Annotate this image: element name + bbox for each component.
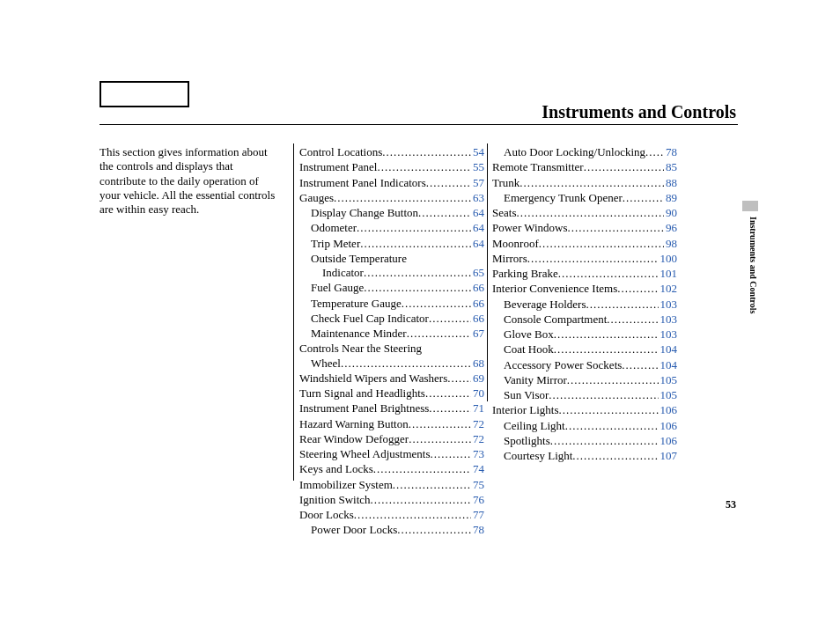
leader-dots — [584, 160, 664, 174]
leader-dots — [554, 327, 659, 342]
toc-page-link[interactable]: 55 — [471, 160, 484, 174]
leader-dots — [567, 373, 659, 387]
tab-marker — [742, 201, 758, 211]
toc-page-link[interactable]: 104 — [659, 358, 678, 372]
toc-label: Ceiling Light — [504, 419, 565, 433]
toc-page-link[interactable]: 65 — [471, 266, 484, 280]
toc-entry: Rear Window Defogger72 — [299, 432, 484, 446]
toc-page-link[interactable]: 70 — [471, 386, 484, 401]
toc-page-link[interactable]: 101 — [659, 267, 678, 281]
toc-page-link[interactable]: 64 — [471, 221, 484, 235]
toc-page-link[interactable]: 96 — [664, 221, 677, 235]
toc-page-link[interactable]: 78 — [664, 145, 677, 159]
toc-page-link[interactable]: 75 — [471, 478, 484, 492]
toc-label: Coat Hook — [504, 342, 554, 357]
toc-page-link[interactable]: 64 — [471, 206, 484, 220]
toc-page-link[interactable]: 105 — [659, 373, 678, 387]
toc-entry: Instrument Panel Indicators57 — [299, 176, 484, 190]
toc-page-link[interactable]: 54 — [471, 145, 484, 159]
toc-entry: Sun Visor105 — [492, 388, 677, 402]
toc-page-link[interactable]: 105 — [659, 388, 678, 402]
leader-dots — [371, 493, 471, 507]
leader-dots — [341, 357, 471, 371]
toc-page-link[interactable]: 72 — [471, 417, 484, 431]
toc-label: Parking Brake — [492, 267, 558, 281]
toc-page-link[interactable]: 98 — [664, 237, 677, 251]
toc-page-link[interactable]: 66 — [471, 312, 484, 326]
toc-page-link[interactable]: 71 — [471, 401, 484, 415]
leader-dots — [617, 282, 658, 296]
toc-page-link[interactable]: 85 — [664, 160, 677, 174]
toc-label: Hazard Warning Button — [299, 417, 409, 431]
toc-entry: Console Compartment103 — [492, 312, 677, 327]
toc-label: Auto Door Locking/Unlocking — [504, 145, 645, 159]
leader-dots — [623, 191, 664, 205]
toc-page-link[interactable]: 106 — [659, 419, 678, 433]
toc-page-link[interactable]: 69 — [471, 371, 484, 386]
leader-dots — [431, 447, 471, 461]
toc-page-link[interactable]: 107 — [659, 449, 678, 463]
toc-page-link[interactable]: 100 — [659, 252, 678, 266]
toc-label: Rear Window Defogger — [299, 432, 409, 446]
tab-label: Instruments and Controls — [746, 217, 758, 313]
toc-label: Power Windows — [492, 221, 568, 235]
toc-page-link[interactable]: 73 — [471, 447, 484, 461]
toc-label: Accessory Power Sockets — [504, 358, 622, 372]
toc-page-link[interactable]: 72 — [471, 432, 484, 446]
toc-page-link[interactable]: 90 — [664, 206, 677, 220]
toc-page-link[interactable]: 74 — [471, 462, 484, 476]
toc-page-link[interactable]: 66 — [471, 297, 484, 311]
toc-entry: Emergency Trunk Opener89 — [492, 191, 677, 205]
toc-label: Instrument Panel — [299, 160, 377, 174]
page-number: 53 — [726, 498, 736, 511]
toc-page-link[interactable]: 104 — [659, 342, 678, 357]
toc-entry: Mirrors100 — [492, 252, 677, 266]
leader-dots — [409, 432, 471, 446]
toc-entry: Trunk88 — [492, 176, 677, 190]
toc-page-link[interactable]: 102 — [659, 282, 678, 296]
leader-dots — [607, 312, 658, 327]
toc-page-link[interactable]: 57 — [471, 176, 484, 190]
toc-entry: Parking Brake101 — [492, 267, 677, 281]
leader-dots — [586, 298, 659, 312]
leader-dots — [550, 434, 659, 448]
toc-page-link[interactable]: 106 — [659, 403, 678, 417]
leader-dots — [549, 388, 658, 402]
toc-page-link[interactable]: 103 — [659, 327, 678, 342]
leader-dots — [565, 419, 659, 433]
toc-label: Trip Meter — [311, 237, 360, 251]
toc-entry: Power Windows96 — [492, 221, 677, 235]
toc-label: Indicator — [322, 266, 364, 280]
toc-entry: Remote Transmitter85 — [492, 160, 677, 174]
toc-page-link[interactable]: 66 — [471, 281, 484, 295]
leader-dots — [429, 401, 471, 415]
toc-entry: Glove Box103 — [492, 327, 677, 342]
toc-page-link[interactable]: 106 — [659, 434, 678, 448]
toc-page-link[interactable]: 63 — [471, 191, 484, 205]
toc-entry: Maintenance Minder67 — [299, 327, 484, 341]
toc-entry: Gauges63 — [299, 191, 484, 205]
toc-page-link[interactable]: 89 — [664, 191, 677, 205]
toc-page-link[interactable]: 78 — [471, 523, 484, 537]
page-title: Instruments and Controls — [542, 101, 736, 123]
leader-dots — [426, 176, 471, 190]
toc-page-link[interactable]: 103 — [659, 312, 678, 327]
toc-entry: Interior Lights106 — [492, 403, 677, 417]
toc-label: Turn Signal and Headlights — [299, 386, 425, 401]
toc-page-link[interactable]: 77 — [471, 508, 484, 522]
toc-entry: Steering Wheel Adjustments73 — [299, 447, 484, 461]
toc-label: Keys and Locks — [299, 462, 373, 476]
intro-text: This section gives information about the… — [99, 145, 280, 217]
leader-dots — [360, 237, 471, 251]
toc-page-link[interactable]: 67 — [471, 327, 484, 341]
toc-page-link[interactable]: 76 — [471, 493, 484, 507]
toc-entry: Outside TemperatureIndicator65 — [299, 252, 484, 282]
toc-column-1: Control Locations54Instrument Panel55Ins… — [299, 145, 484, 539]
toc-label: Moonroof — [492, 237, 539, 251]
toc-entry: Beverage Holders103 — [492, 298, 677, 312]
toc-page-link[interactable]: 88 — [664, 176, 677, 190]
toc-label: Trunk — [492, 176, 519, 190]
toc-page-link[interactable]: 103 — [659, 298, 678, 312]
toc-page-link[interactable]: 64 — [471, 237, 484, 251]
toc-page-link[interactable]: 68 — [471, 357, 484, 371]
